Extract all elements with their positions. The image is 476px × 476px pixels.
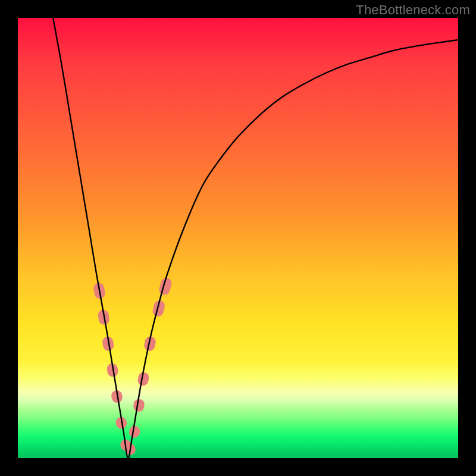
- plot-area: [18, 18, 458, 458]
- marker-group: [93, 277, 173, 456]
- curve-layer: [18, 18, 458, 458]
- chart-frame: TheBottleneck.com: [0, 0, 476, 476]
- watermark-text: TheBottleneck.com: [356, 2, 470, 18]
